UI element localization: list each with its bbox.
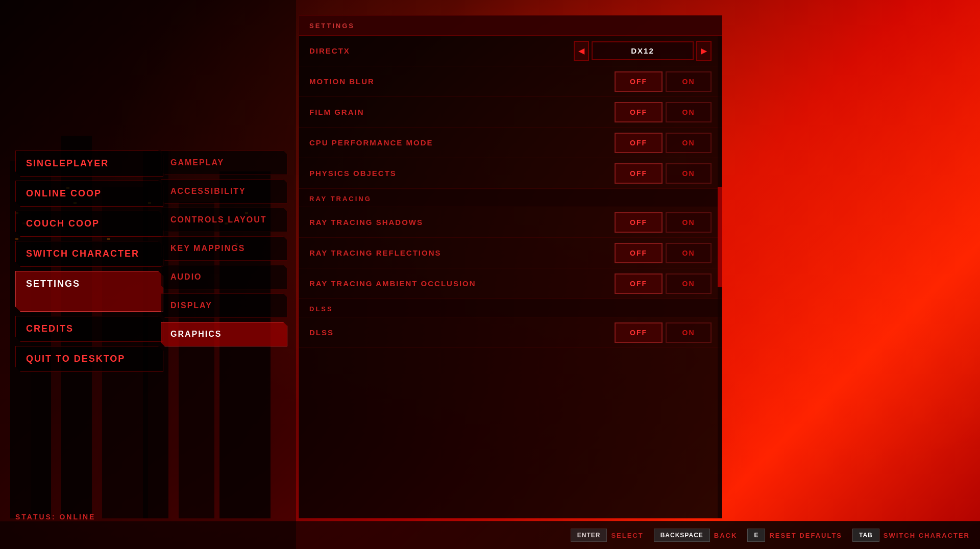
cpu-performance-controls: OFF ON <box>615 133 712 153</box>
directx-arrow-right[interactable]: ▶ <box>696 41 712 61</box>
setting-row-ray-tracing-reflections: RAY TRACING REFLECTIONS OFF ON <box>299 238 722 268</box>
film-grain-controls: OFF ON <box>615 102 712 122</box>
menu-item-couch-coop[interactable]: COUCH COOP <box>15 211 163 237</box>
settings-body[interactable]: DirectX ◀ DX12 ▶ MOTION BLUR OFF ON FILM… <box>299 36 722 517</box>
physics-objects-off[interactable]: OFF <box>615 163 663 184</box>
dlss-on[interactable]: ON <box>666 322 712 343</box>
sub-menu-graphics[interactable]: GRAPHICS <box>161 322 287 346</box>
dlss-off[interactable]: OFF <box>615 322 663 343</box>
menu-item-online-coop[interactable]: ONLINE COOP <box>15 181 163 207</box>
menu-item-quit-to-desktop[interactable]: QUIT TO DESKTOP <box>15 346 163 372</box>
sub-menu-controls-layout[interactable]: CONTROLS LAYOUT <box>161 208 287 232</box>
directx-label: DirectX <box>309 46 350 55</box>
ray-tracing-reflections-label: RAY TRACING REFLECTIONS <box>309 248 442 257</box>
directx-arrow-left[interactable]: ◀ <box>574 41 589 61</box>
main-content: SINGLEPLAYER ONLINE COOP COUCH COOP SWIT… <box>0 0 980 549</box>
film-grain-off[interactable]: OFF <box>615 102 663 122</box>
ray-tracing-ao-off[interactable]: OFF <box>615 273 663 294</box>
ray-tracing-shadows-off[interactable]: OFF <box>615 212 663 233</box>
menu-item-credits[interactable]: CREDITS <box>15 316 163 342</box>
sub-menu-display[interactable]: DISPLAY <box>161 293 287 318</box>
status-text: STATUS: ONLINE <box>15 513 95 521</box>
ray-tracing-ao-on[interactable]: ON <box>666 273 712 294</box>
ray-tracing-section-header: RAY TRACING <box>299 189 722 207</box>
sub-menu-gameplay[interactable]: GAMEPLAY <box>161 151 287 175</box>
settings-panel: SETTINGS DirectX ◀ DX12 ▶ MOTION BLUR OF… <box>299 15 722 518</box>
sub-menu-accessibility[interactable]: ACCESSIBILITY <box>161 179 287 204</box>
scrollbar[interactable] <box>718 36 722 518</box>
setting-row-ray-tracing-ambient-occlusion: RAY TRACING AMBIENT OCCLUSION OFF ON <box>299 268 722 299</box>
ray-tracing-reflections-controls: OFF ON <box>615 243 712 263</box>
cpu-performance-on[interactable]: ON <box>666 133 712 153</box>
setting-row-motion-blur: MOTION BLUR OFF ON <box>299 66 722 97</box>
ray-tracing-reflections-off[interactable]: OFF <box>615 243 663 263</box>
setting-row-film-grain: FILM GRAIN OFF ON <box>299 97 722 128</box>
setting-row-dlss: DLSS OFF ON <box>299 317 722 348</box>
setting-row-physics-objects: PHYSICS OBJECTS OFF ON <box>299 158 722 189</box>
sub-menu: GAMEPLAY ACCESSIBILITY CONTROLS LAYOUT K… <box>161 151 287 346</box>
motion-blur-label: MOTION BLUR <box>309 77 375 86</box>
ray-tracing-shadows-on[interactable]: ON <box>666 212 712 233</box>
left-menu: SINGLEPLAYER ONLINE COOP COUCH COOP SWIT… <box>15 151 163 372</box>
directx-selector: ◀ DX12 ▶ <box>574 41 712 61</box>
settings-header-text: SETTINGS <box>309 22 355 30</box>
sub-menu-audio[interactable]: AUDIO <box>161 265 287 289</box>
menu-item-singleplayer[interactable]: SINGLEPLAYER <box>15 151 163 177</box>
ray-tracing-ambient-occlusion-label: RAY TRACING AMBIENT OCCLUSION <box>309 279 476 288</box>
setting-row-directx: DirectX ◀ DX12 ▶ <box>299 36 722 66</box>
ray-tracing-reflections-on[interactable]: ON <box>666 243 712 263</box>
status-bar: STATUS: ONLINE <box>15 513 95 521</box>
settings-panel-header: SETTINGS <box>299 16 722 36</box>
physics-objects-label: PHYSICS OBJECTS <box>309 169 397 178</box>
motion-blur-off[interactable]: OFF <box>615 71 663 92</box>
motion-blur-on[interactable]: ON <box>666 71 712 92</box>
ray-tracing-shadows-label: RAY TRACING SHADOWS <box>309 218 423 227</box>
menu-item-switch-character[interactable]: SWITCH CHARACTER <box>15 241 163 267</box>
dlss-label: DLSS <box>309 328 334 337</box>
film-grain-on[interactable]: ON <box>666 102 712 122</box>
ray-tracing-shadows-controls: OFF ON <box>615 212 712 233</box>
sub-menu-key-mappings[interactable]: KEY MAPPINGS <box>161 236 287 261</box>
ray-tracing-ambient-occlusion-controls: OFF ON <box>615 273 712 294</box>
setting-row-cpu-performance-mode: CPU PERFORMANCE MODE OFF ON <box>299 128 722 158</box>
motion-blur-controls: OFF ON <box>615 71 712 92</box>
dlss-section-header: DLSS <box>299 299 722 317</box>
dlss-controls: OFF ON <box>615 322 712 343</box>
setting-row-ray-tracing-shadows: RAY TRACING SHADOWS OFF ON <box>299 207 722 238</box>
cpu-performance-mode-label: CPU PERFORMANCE MODE <box>309 138 433 147</box>
film-grain-label: FILM GRAIN <box>309 108 364 116</box>
scrollbar-thumb <box>718 187 722 287</box>
directx-value: DX12 <box>592 41 694 60</box>
cpu-performance-off[interactable]: OFF <box>615 133 663 153</box>
physics-objects-controls: OFF ON <box>615 163 712 184</box>
menu-item-settings[interactable]: SETTINGS <box>15 271 163 312</box>
physics-objects-on[interactable]: ON <box>666 163 712 184</box>
